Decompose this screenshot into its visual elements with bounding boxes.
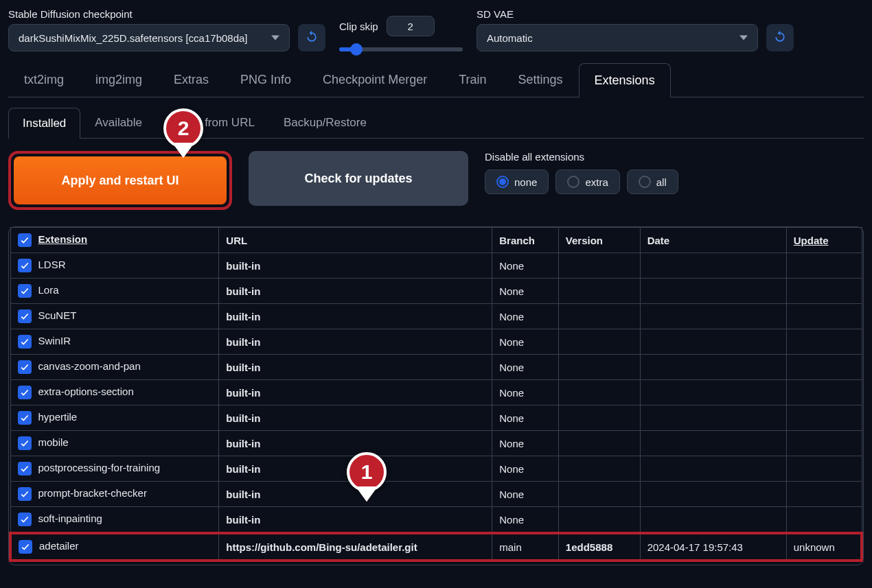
vae-select[interactable]: Automatic: [477, 24, 758, 51]
table-row: LDSRbuilt-inNone: [10, 253, 862, 279]
checkbox-icon[interactable]: [18, 462, 32, 475]
checkbox-icon[interactable]: [18, 360, 32, 374]
table-row: extra-options-sectionbuilt-inNone: [10, 380, 862, 405]
disable-radio-none[interactable]: none: [485, 169, 549, 194]
vae-group: SD VAE Automatic: [477, 8, 794, 51]
table-row: soft-inpaintingbuilt-inNone: [10, 507, 862, 534]
tab-settings[interactable]: Settings: [503, 62, 579, 97]
cell-url: built-in: [219, 253, 492, 279]
clip-skip-slider[interactable]: [339, 47, 463, 51]
checkbox-icon[interactable]: [18, 309, 32, 323]
cell-date: [640, 279, 786, 304]
table-row: hypertilebuilt-inNone: [10, 405, 862, 431]
clip-skip-group: Clip skip 2: [339, 16, 463, 51]
subtab-install-from-url[interactable]: Install from URL: [157, 107, 269, 138]
apply-button-highlight: Apply and restart UI 2: [8, 151, 232, 210]
table-row: adetailerhttps://github.com/Bing-su/adet…: [10, 533, 862, 561]
disable-radio-extra[interactable]: extra: [555, 169, 619, 194]
extension-name: Lora: [38, 284, 59, 296]
tab-checkpoint-merger[interactable]: Checkpoint Merger: [307, 62, 443, 97]
checkbox-icon[interactable]: [18, 487, 32, 501]
header-extension[interactable]: Extension: [38, 233, 88, 245]
top-bar: Stable Diffusion checkpoint darkSushiMix…: [8, 8, 864, 51]
apply-restart-button[interactable]: Apply and restart UI: [14, 156, 227, 204]
clip-skip-value-box[interactable]: 2: [387, 16, 435, 36]
checkbox-icon[interactable]: [18, 436, 32, 450]
cell-url: built-in: [219, 380, 492, 405]
subtab-backup/restore[interactable]: Backup/Restore: [269, 107, 381, 138]
table-row: Lorabuilt-inNone: [10, 279, 862, 304]
extension-name: LDSR: [38, 259, 66, 270]
disable-extensions-group: Disable all extensions noneextraall: [485, 151, 678, 194]
checkbox-icon[interactable]: [18, 284, 32, 298]
cell-update: [786, 355, 862, 380]
checkpoint-label: Stable Diffusion checkpoint: [8, 8, 325, 20]
cell-url: built-in: [219, 431, 492, 456]
check-updates-button[interactable]: Check for updates: [249, 151, 468, 206]
cell-extension: hypertile: [10, 405, 219, 431]
cell-branch: None: [492, 482, 559, 507]
cell-date: [640, 329, 786, 355]
header-update[interactable]: Update: [794, 235, 829, 246]
chevron-down-icon: [271, 32, 279, 44]
sub-tabs: InstalledAvailableInstall from URLBackup…: [8, 107, 864, 139]
cell-update: [786, 253, 862, 279]
cell-branch: None: [492, 329, 559, 355]
tab-extras[interactable]: Extras: [158, 62, 225, 97]
cell-date: [640, 355, 786, 380]
cell-version: [558, 482, 640, 507]
cell-version: [558, 279, 640, 304]
subtab-available[interactable]: Available: [80, 107, 157, 138]
checkbox-icon[interactable]: [18, 513, 32, 526]
extension-name: SwinIR: [38, 335, 71, 346]
cell-extension: adetailer: [10, 533, 219, 561]
tab-png-info[interactable]: PNG Info: [225, 62, 307, 97]
cell-branch: None: [492, 279, 559, 304]
cell-branch: None: [492, 456, 559, 482]
cell-branch: None: [492, 380, 559, 405]
refresh-icon: [305, 30, 319, 46]
extensions-table-wrap: ExtensionURLBranchVersionDateUpdate LDSR…: [8, 226, 864, 565]
refresh-checkpoint-button[interactable]: [298, 24, 325, 51]
disable-radio-all[interactable]: all: [627, 169, 678, 194]
cell-version: [558, 304, 640, 329]
cell-update: [786, 507, 862, 534]
cell-version: [558, 253, 640, 279]
cell-extension: postprocessing-for-training: [10, 456, 219, 482]
col-extension: Extension: [10, 228, 219, 253]
checkbox-icon[interactable]: [18, 411, 32, 425]
cell-branch: None: [492, 253, 559, 279]
col-branch: Branch: [492, 228, 559, 253]
checkbox-icon[interactable]: [18, 259, 32, 272]
table-row: postprocessing-for-trainingbuilt-inNone: [10, 456, 862, 482]
vae-label: SD VAE: [477, 8, 794, 20]
cell-version: 1edd5888: [558, 533, 640, 561]
cell-date: [640, 482, 786, 507]
cell-extension: mobile: [10, 431, 219, 456]
checkbox-icon[interactable]: [18, 335, 32, 349]
cell-url: built-in: [219, 304, 492, 329]
cell-extension: extra-options-section: [10, 380, 219, 405]
refresh-vae-button[interactable]: [766, 24, 794, 51]
subtab-installed[interactable]: Installed: [8, 108, 80, 139]
cell-extension: soft-inpainting: [10, 507, 219, 534]
tab-train[interactable]: Train: [443, 62, 502, 97]
tab-extensions[interactable]: Extensions: [579, 63, 671, 97]
checkpoint-group: Stable Diffusion checkpoint darkSushiMix…: [8, 8, 325, 51]
slider-thumb[interactable]: [350, 43, 363, 56]
vae-value: Automatic: [487, 32, 533, 44]
checkbox-icon[interactable]: [18, 386, 32, 399]
table-body: LDSRbuilt-inNoneLorabuilt-inNoneScuNETbu…: [10, 253, 862, 561]
checkbox-icon[interactable]: [18, 233, 32, 247]
cell-branch: None: [492, 405, 559, 431]
checkbox-icon[interactable]: [19, 540, 32, 554]
cell-url: built-in: [219, 405, 492, 431]
cell-update: unknown: [786, 533, 862, 561]
tab-img2img[interactable]: img2img: [80, 62, 158, 97]
extension-name: canvas-zoom-and-pan: [38, 360, 141, 372]
refresh-icon: [773, 30, 787, 46]
checkpoint-select[interactable]: darkSushiMixMix_225D.safetensors [cca17b…: [8, 24, 290, 51]
radio-label: extra: [585, 176, 608, 188]
extension-name: extra-options-section: [38, 386, 134, 397]
tab-txt2img[interactable]: txt2img: [8, 62, 80, 97]
